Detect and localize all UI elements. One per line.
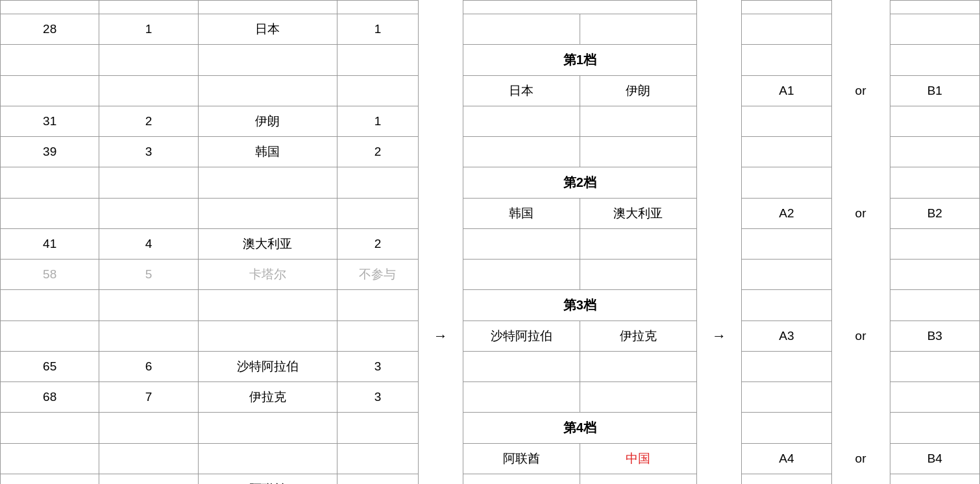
intl-rank: 65 [1,352,99,382]
header-group-b [890,1,979,14]
grpA-empty [742,382,831,413]
tier-spacer1 [418,167,463,199]
team-name: 阿联酋 [198,474,337,485]
table-row: 韩国澳大利亚A2orB2 [1,199,980,229]
grpB-empty [890,106,979,137]
table-row: 第4档 [1,413,980,444]
draw2-empty [580,14,696,45]
tier-asia-empty [99,290,198,321]
intl-rank: 39 [1,137,99,167]
tier-team-empty [198,413,337,444]
tier-grpB-empty [890,45,979,76]
header-team [198,1,337,14]
spacer1 [418,474,463,485]
table-row: 585卡塔尔不参与 [1,260,980,290]
draw-team-empty [198,76,337,106]
header-intl-rank [1,1,99,14]
team-name: 韩国 [198,137,337,167]
main-table: 281日本1第1档日本伊朗A1orB1312伊朗1393韩国2第2档韩国澳大利亚… [0,0,980,484]
draw1-team: 阿联酋 [463,444,580,474]
tier-or-empty [831,45,890,76]
seed: 1 [337,106,419,137]
tier-label: 第4档 [463,413,696,444]
intl-rank: 58 [1,260,99,290]
table-row: 393韩国2 [1,137,980,167]
draw1-empty [463,229,580,260]
grpB-empty [890,14,979,45]
tier-grpB-empty [890,413,979,444]
draw2-team: 澳大利亚 [580,199,696,229]
asia-rank: 2 [99,106,198,137]
team-name: 沙特阿拉伯 [198,352,337,382]
tier-spacer2 [696,45,741,76]
draw2-empty [580,137,696,167]
tier-seed-empty [337,167,419,199]
draw-team-empty [198,321,337,352]
tier-asia-empty [99,413,198,444]
tier-spacer2 [696,290,741,321]
draw-intl-empty [1,321,99,352]
intl-rank: 41 [1,229,99,260]
table-row: 281日本1 [1,14,980,45]
spacer2 [696,14,741,45]
draw-arrow2 [696,76,741,106]
draw-team-empty [198,444,337,474]
or-empty [831,474,890,485]
draw-grpB: B1 [890,76,979,106]
grpA-empty [742,474,831,485]
asia-rank: 7 [99,382,198,413]
team-name: 伊朗 [198,106,337,137]
tier-spacer1 [418,290,463,321]
tier-spacer1 [418,45,463,76]
draw1-empty [463,474,580,485]
grpA-empty [742,229,831,260]
draw-intl-empty [1,76,99,106]
draw2-team: 中国 [580,444,696,474]
header-draw-group [463,1,696,14]
draw2-empty [580,260,696,290]
draw2-team: 伊朗 [580,76,696,106]
asia-rank: 4 [99,229,198,260]
seed: 2 [337,137,419,167]
or-empty [831,229,890,260]
or-empty [831,352,890,382]
or-empty [831,382,890,413]
spacer1 [418,106,463,137]
table-row: →沙特阿拉伯伊拉克→A3orB3 [1,321,980,352]
spacer2 [696,106,741,137]
or-label: or [831,76,890,106]
draw-grpA: A1 [742,76,831,106]
tier-or-empty [831,413,890,444]
tier-spacer2 [696,167,741,199]
draw-arrow2 [696,199,741,229]
intl-rank: 68 [1,382,99,413]
grpB-empty [890,382,979,413]
or-empty [831,106,890,137]
draw-intl-empty [1,199,99,229]
draw1-empty [463,14,580,45]
draw-team-empty [198,199,337,229]
draw-arrow1: → [418,321,463,352]
table-row: 第3档 [1,290,980,321]
draw1-empty [463,106,580,137]
draw2-team: 伊拉克 [580,321,696,352]
seed: 2 [337,229,419,260]
header-asia-rank [99,1,198,14]
intl-rank: 31 [1,106,99,137]
draw-seed-empty [337,76,419,106]
grpA-empty [742,352,831,382]
spacer1 [418,382,463,413]
draw-seed-empty [337,199,419,229]
spacer2 [696,229,741,260]
grpA-empty [742,14,831,45]
grpA-empty [742,137,831,167]
tier-spacer1 [418,413,463,444]
seed: 不参与 [337,260,419,290]
grpB-empty [890,474,979,485]
draw1-team: 沙特阿拉伯 [463,321,580,352]
grpB-empty [890,137,979,167]
draw2-empty [580,106,696,137]
header-arrow1-empty [418,1,463,14]
draw-arrow1 [418,444,463,474]
asia-rank: 5 [99,260,198,290]
